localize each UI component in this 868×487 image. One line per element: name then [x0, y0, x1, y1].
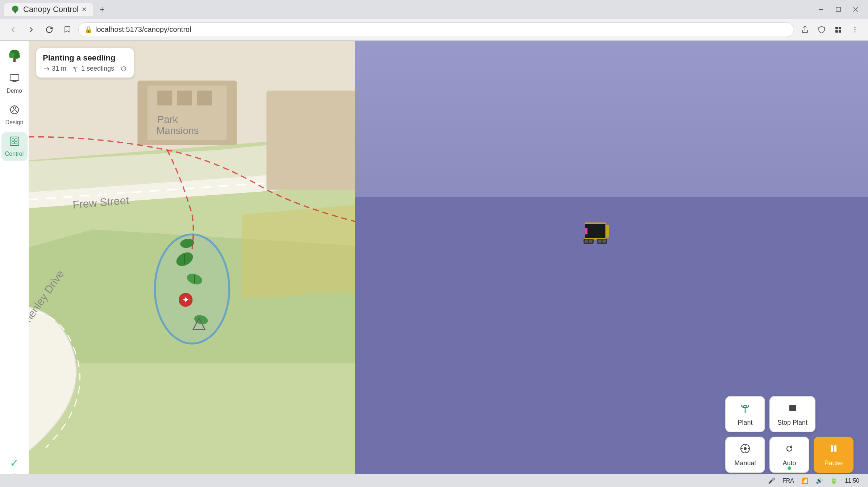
svg-rect-26 [12, 142, 14, 144]
seedling-icon [72, 65, 79, 72]
control-buttons: Plant Stop Plant Manual [725, 396, 854, 473]
forward-button[interactable] [24, 22, 38, 37]
pause-label: Pause [824, 459, 843, 467]
svg-point-42 [155, 234, 229, 344]
shield-button[interactable] [814, 22, 829, 37]
close-button[interactable] [848, 1, 864, 17]
extensions-button[interactable] [831, 22, 846, 37]
menu-button[interactable] [848, 22, 862, 37]
window-controls [813, 1, 864, 17]
address-bar[interactable]: 🔒 localhost:5173/canopy/control [78, 22, 794, 37]
status-box: Planting a seedling 31 m 1 seedlings [36, 48, 134, 78]
svg-point-15 [9, 53, 15, 58]
back-button[interactable] [6, 22, 20, 37]
sound-icon: 🔊 [816, 477, 823, 484]
manual-label: Manual [734, 459, 756, 467]
stop-plant-button[interactable]: Stop Plant [769, 396, 815, 432]
svg-rect-2 [819, 9, 823, 10]
status-details: 31 m 1 seedlings [43, 65, 127, 72]
plant-icon [739, 402, 751, 417]
svg-rect-24 [12, 139, 14, 141]
tab-label: Canopy Control [23, 5, 79, 14]
app-logo[interactable] [5, 47, 24, 66]
svg-point-65 [602, 240, 606, 243]
svg-point-0 [12, 6, 18, 12]
new-tab-button[interactable]: + [96, 3, 109, 16]
control-icon [9, 136, 20, 149]
tab-favicon [10, 4, 20, 14]
sync-icon [120, 65, 127, 72]
auto-icon [783, 442, 796, 457]
pause-icon [827, 442, 840, 457]
main-layout: Demo Design Control ✓ [0, 41, 868, 487]
tree-logo-icon [5, 47, 24, 65]
maximize-button[interactable] [830, 1, 846, 17]
svg-rect-17 [13, 58, 16, 62]
svg-rect-75 [834, 445, 836, 452]
sidebar-item-demo[interactable]: Demo [1, 69, 28, 98]
auto-button[interactable]: Auto [769, 437, 809, 473]
tab-close-btn[interactable]: ✕ [82, 5, 87, 13]
svg-text:✦: ✦ [182, 295, 190, 305]
manual-button[interactable]: Manual [725, 437, 765, 473]
check-icon[interactable]: ✓ [10, 457, 19, 469]
tab-bar: Canopy Control ✕ + [0, 0, 868, 19]
svg-point-13 [855, 31, 856, 32]
refresh-button[interactable] [42, 22, 57, 37]
sidebar-item-design[interactable]: Design [1, 101, 28, 129]
plant-button[interactable]: Plant [725, 396, 765, 432]
svg-rect-20 [12, 82, 17, 82]
svg-rect-23 [10, 137, 19, 146]
svg-marker-40 [242, 200, 355, 299]
view-3d-panel: Plant Stop Plant Manual [355, 41, 868, 487]
toolbar-actions [798, 22, 862, 37]
svg-point-12 [855, 29, 856, 30]
sidebar-item-demo-label: Demo [7, 88, 22, 94]
seedlings-value: 1 seedlings [81, 65, 114, 72]
pause-button[interactable]: Pause [814, 437, 854, 473]
language-indicator: FRA [782, 478, 794, 484]
svg-rect-36 [157, 91, 172, 105]
content-area: ✦ Frew Street Schenley Drive Park Mansio… [29, 41, 868, 487]
active-tab[interactable]: Canopy Control ✕ [4, 3, 93, 16]
bookmark-button[interactable] [60, 22, 75, 37]
svg-rect-3 [836, 7, 840, 12]
svg-rect-7 [835, 27, 838, 29]
sidebar: Demo Design Control ✓ [0, 41, 29, 487]
battery-icon: 🔋 [830, 477, 838, 484]
manual-icon [739, 442, 751, 457]
lock-icon: 🔒 [84, 26, 92, 34]
svg-rect-8 [839, 27, 841, 29]
minimize-button[interactable] [813, 1, 829, 17]
svg-rect-59 [585, 228, 587, 234]
share-button[interactable] [798, 22, 812, 37]
svg-rect-25 [15, 139, 17, 141]
mic-icon: 🎤 [768, 477, 775, 484]
svg-rect-18 [10, 75, 19, 80]
svg-rect-66 [606, 225, 609, 238]
distance-value: 31 m [52, 65, 66, 72]
svg-rect-38 [197, 91, 212, 105]
svg-point-63 [589, 240, 593, 243]
svg-rect-9 [835, 30, 838, 33]
svg-point-11 [855, 27, 856, 28]
svg-rect-27 [15, 142, 17, 144]
distance-detail: 31 m [43, 65, 66, 72]
svg-rect-67 [789, 405, 796, 411]
map-panel[interactable]: ✦ Frew Street Schenley Drive Park Mansio… [29, 41, 355, 487]
auto-label: Auto [782, 459, 796, 467]
robot-svg [574, 214, 618, 250]
map-view: ✦ Frew Street Schenley Drive Park Mansio… [29, 41, 355, 487]
sidebar-item-control-label: Control [5, 151, 24, 157]
svg-rect-57 [585, 222, 606, 224]
sidebar-item-design-label: Design [5, 119, 24, 126]
sidebar-item-control[interactable]: Control [1, 132, 28, 161]
status-title: Planting a seedling [43, 53, 127, 63]
wifi-icon: 📶 [801, 477, 809, 484]
browser-chrome: Canopy Control ✕ + [0, 0, 868, 41]
status-bar-items: 🎤 FRA 📶 🔊 🔋 11:50 [768, 477, 859, 484]
svg-point-62 [585, 240, 588, 243]
sync-icon-wrap [120, 65, 127, 72]
url-text: localhost:5173/canopy/control [95, 25, 191, 34]
svg-rect-10 [839, 30, 841, 33]
